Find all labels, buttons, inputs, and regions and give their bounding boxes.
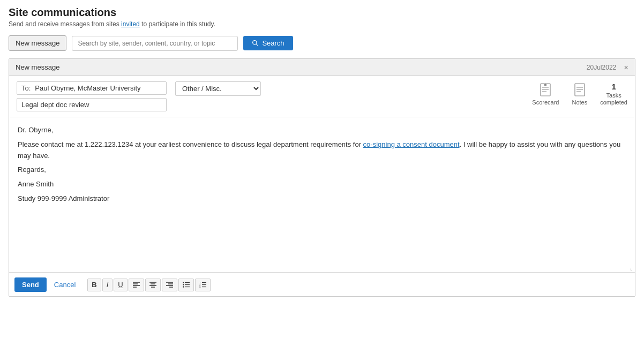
page-title: Site communications — [9, 6, 635, 19]
tasks-label: Taskscompleted — [600, 92, 627, 106]
align-center-button[interactable] — [145, 279, 161, 291]
message-toolbar: Send Cancel B I U 1.2.3. — [9, 273, 635, 296]
toolbar: New message Search — [9, 35, 635, 51]
body-name: Anne Smith — [18, 179, 626, 190]
align-right-button[interactable] — [162, 279, 177, 291]
invited-link[interactable]: invited — [121, 20, 140, 28]
tasks-widget[interactable]: 1 Taskscompleted — [600, 82, 627, 106]
align-right-icon — [166, 281, 173, 288]
subject-field[interactable]: Legal dept doc review — [17, 98, 167, 111]
body-greeting: Dr. Obyrne, — [18, 125, 626, 136]
numbered-list-button[interactable]: 1.2.3. — [195, 279, 211, 291]
category-select[interactable]: Other / Misc. Administrative Clinical Re… — [175, 81, 261, 96]
to-label: To: — [21, 84, 31, 92]
message-panel-header: New message 20Jul2022 × — [9, 59, 635, 76]
message-panel: New message 20Jul2022 × To: Paul Obyrne,… — [9, 58, 635, 297]
message-fields: To: Paul Obyrne, McMaster University Leg… — [17, 81, 167, 111]
panel-header-title: New message — [16, 63, 59, 71]
body-regards: Regards, — [18, 164, 626, 176]
message-widgets: Scorecard Notes 1 Tasksc — [532, 81, 627, 106]
close-button[interactable]: × — [624, 63, 628, 71]
search-input[interactable] — [72, 36, 238, 51]
resize-handle[interactable]: ⌞ — [630, 266, 633, 271]
cancel-button[interactable]: Cancel — [51, 277, 79, 292]
bold-button[interactable]: B — [87, 279, 101, 291]
notes-widget[interactable]: Notes — [572, 82, 587, 106]
svg-point-23 — [183, 282, 184, 283]
to-value: Paul Obyrne, McMaster University — [35, 84, 140, 92]
panel-date: 20Jul2022 — [587, 64, 616, 71]
notes-label: Notes — [572, 99, 587, 106]
format-group: B I U 1.2.3. — [87, 279, 210, 291]
bullet-list-icon — [183, 281, 190, 288]
svg-point-0 — [253, 41, 257, 44]
scorecard-widget[interactable]: Scorecard — [532, 82, 559, 106]
search-button-label: Search — [262, 39, 284, 47]
page-wrapper: Site communications Send and receive mes… — [0, 0, 644, 303]
align-left-button[interactable] — [129, 279, 144, 291]
svg-line-1 — [257, 44, 258, 46]
tasks-count: 1 — [611, 82, 616, 91]
body-main: Please contact me at 1.222.123.1234 at y… — [18, 139, 626, 162]
italic-button[interactable]: I — [102, 279, 113, 291]
page-subtitle: Send and receive messages from sites inv… — [9, 20, 635, 28]
search-icon — [252, 40, 259, 47]
to-field: To: Paul Obyrne, McMaster University — [17, 81, 167, 95]
search-button[interactable]: Search — [243, 36, 293, 50]
align-center-icon — [149, 281, 156, 288]
notes-icon — [573, 82, 586, 97]
svg-point-27 — [183, 286, 184, 287]
panel-header-right: 20Jul2022 × — [587, 63, 628, 71]
scorecard-label: Scorecard — [532, 99, 559, 106]
bullet-list-button[interactable] — [178, 279, 194, 291]
body-role: Study 999-9999 Administrator — [18, 193, 626, 205]
numbered-list-icon: 1.2.3. — [199, 281, 206, 288]
message-body[interactable]: Dr. Obyrne, Please contact me at 1.222.1… — [9, 117, 635, 273]
consent-link[interactable]: co-signing a consent document — [363, 140, 460, 148]
category-select-wrapper: Other / Misc. Administrative Clinical Re… — [175, 81, 261, 96]
send-button[interactable]: Send — [14, 277, 47, 292]
new-message-button[interactable]: New message — [9, 35, 66, 51]
message-meta: To: Paul Obyrne, McMaster University Leg… — [9, 76, 635, 117]
underline-button[interactable]: U — [114, 279, 127, 291]
svg-text:3.: 3. — [199, 286, 201, 288]
scorecard-icon — [539, 82, 552, 97]
align-left-icon — [133, 281, 140, 288]
svg-point-25 — [183, 284, 184, 285]
